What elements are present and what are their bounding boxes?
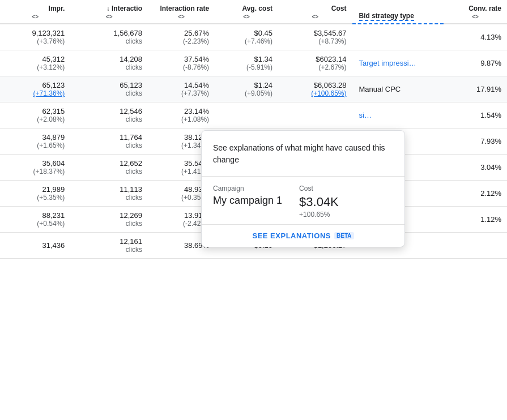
beta-badge: BETA bbox=[334, 232, 353, 239]
sort-icon[interactable]: ↓ bbox=[106, 5, 112, 12]
cell-bid: Manual CPC bbox=[352, 76, 444, 102]
table-row: 62,315 (+2.08%) 12,546 clicks 23.14% (+1… bbox=[0, 102, 507, 128]
cell-conv-rate: 3.04% bbox=[444, 155, 507, 181]
cell-bid: Target impressi… bbox=[352, 50, 444, 76]
popup-campaign-col: Campaign My campaign 1 bbox=[213, 185, 282, 218]
table-row: 9,123,321 (+3.76%) 1,56,678 clicks 25.67… bbox=[0, 24, 507, 50]
cell-avg-cost: $1.34 (-5.91%) bbox=[215, 50, 278, 76]
cell-interaction: 12,546 clicks bbox=[70, 102, 148, 128]
popup-campaign-label: Campaign bbox=[213, 185, 282, 192]
popup-footer: SEE EXPLANATIONSBETA bbox=[202, 224, 404, 247]
popup-cost-value: $3.04K bbox=[299, 195, 339, 209]
cell-interaction: 65,123 clicks bbox=[70, 76, 148, 102]
cell-impr: 9,123,321 (+3.76%) bbox=[0, 24, 70, 50]
cell-interaction: 12,161 clicks bbox=[70, 233, 148, 259]
cell-cost: $6023.14 (+2.67%) bbox=[278, 50, 352, 76]
cell-int-rate: 37.54% (-8.76%) bbox=[148, 50, 215, 76]
see-explanations-link[interactable]: SEE EXPLANATIONS bbox=[253, 232, 331, 240]
cell-int-rate: 14.54% (+7.37%) bbox=[148, 76, 215, 102]
col-header-conv: Conv. rate <> bbox=[444, 0, 507, 24]
cell-bid: si… bbox=[352, 102, 444, 128]
cell-conv-rate bbox=[444, 233, 507, 259]
popup-cost-change: +100.65% bbox=[299, 211, 339, 218]
col-header-avg-cost: Avg. cost <> bbox=[215, 0, 278, 24]
cell-interaction: 14,208 clicks bbox=[70, 50, 148, 76]
col-resize-conv[interactable]: <> bbox=[449, 14, 501, 20]
cell-interaction: 12,652 clicks bbox=[70, 155, 148, 181]
col-header-impr: Impr. <> bbox=[0, 0, 70, 24]
table-row: 65,123 (+71.36%) 65,123 clicks 14.54% (+… bbox=[0, 76, 507, 102]
popup-description: See explanations of what might have caus… bbox=[213, 142, 393, 166]
popup-campaign-name: My campaign 1 bbox=[213, 195, 282, 207]
cell-conv-rate: 9.87% bbox=[444, 50, 507, 76]
cell-int-rate: 25.67% (-2.23%) bbox=[148, 24, 215, 50]
col-header-cost: Cost <> bbox=[278, 0, 352, 24]
col-header-bid: Bid strategy type bbox=[352, 0, 444, 24]
cell-conv-rate: 1.12% bbox=[444, 207, 507, 233]
cell-interaction: 1,56,678 clicks bbox=[70, 24, 148, 50]
cell-conv-rate: 4.13% bbox=[444, 24, 507, 50]
cell-impr: 21,989 (+5.35%) bbox=[0, 181, 70, 207]
cell-bid bbox=[352, 24, 444, 50]
cell-conv-rate: 17.91% bbox=[444, 76, 507, 102]
col-resize-int-rate[interactable]: <> bbox=[154, 14, 209, 20]
popup-data-section: Campaign My campaign 1 Cost $3.04K +100.… bbox=[213, 177, 393, 224]
cell-conv-rate: 2.12% bbox=[444, 181, 507, 207]
cell-impr: 45,312 (+3.12%) bbox=[0, 50, 70, 76]
cell-cost[interactable]: $6,063.28 (+100.65%) bbox=[278, 76, 352, 102]
cost-change-popup: See explanations of what might have caus… bbox=[201, 130, 405, 247]
cell-impr: 62,315 (+2.08%) bbox=[0, 102, 70, 128]
col-header-int-rate: Interaction rate <> bbox=[148, 0, 215, 24]
cell-int-rate: 23.14% (+1.08%) bbox=[148, 102, 215, 128]
cell-cost bbox=[278, 102, 352, 128]
popup-cost-label: Cost bbox=[299, 185, 339, 192]
col-resize-interaction[interactable]: <> bbox=[76, 14, 142, 20]
cell-avg-cost bbox=[215, 102, 278, 128]
cell-impr: 65,123 (+71.36%) bbox=[0, 76, 70, 102]
table-row: 45,312 (+3.12%) 14,208 clicks 37.54% (-8… bbox=[0, 50, 507, 76]
cell-cost: $3,545.67 (+8.73%) bbox=[278, 24, 352, 50]
cell-impr: 34,879 (+1.65%) bbox=[0, 128, 70, 155]
cell-interaction: 11,113 clicks bbox=[70, 181, 148, 207]
cell-impr: 35,604 (+18.37%) bbox=[0, 155, 70, 181]
col-resize-cost[interactable]: <> bbox=[284, 14, 347, 20]
cell-interaction: 12,269 clicks bbox=[70, 207, 148, 233]
cell-avg-cost: $0.45 (+7.46%) bbox=[215, 24, 278, 50]
cell-interaction: 11,764 clicks bbox=[70, 128, 148, 155]
cell-impr: 31,436 bbox=[0, 233, 70, 259]
col-resize-avg-cost[interactable]: <> bbox=[220, 14, 272, 20]
cell-conv-rate: 7.93% bbox=[444, 128, 507, 155]
cell-avg-cost: $1.24 (+9.05%) bbox=[215, 76, 278, 102]
col-header-interaction: ↓ Interactio <> bbox=[70, 0, 148, 24]
col-resize-impr[interactable]: <> bbox=[6, 14, 65, 20]
cell-conv-rate: 1.54% bbox=[444, 102, 507, 128]
popup-cost-col: Cost $3.04K +100.65% bbox=[299, 185, 339, 218]
data-table: Impr. <> ↓ Interactio <> Interaction rat… bbox=[0, 0, 507, 259]
cell-impr: 88,231 (+0.54%) bbox=[0, 207, 70, 233]
